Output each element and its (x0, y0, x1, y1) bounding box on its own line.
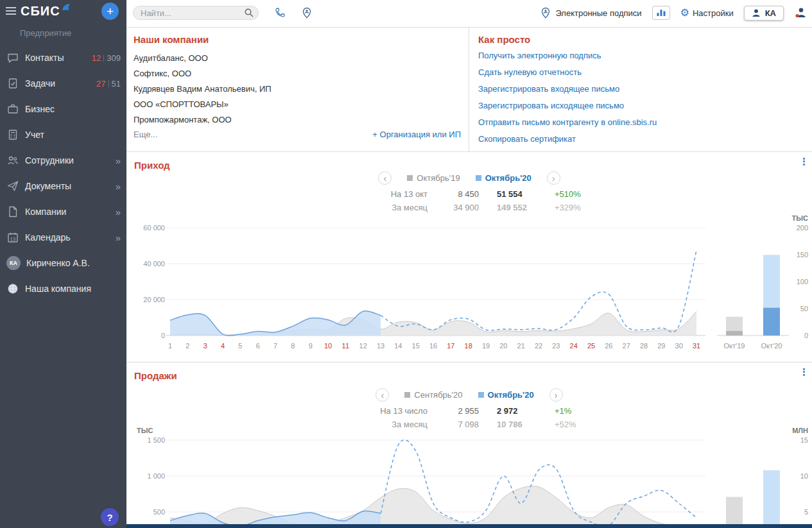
sidebar-item-label: Кириченко А.В. (26, 258, 90, 268)
svg-text:10: 10 (324, 342, 332, 350)
svg-text:18: 18 (465, 342, 472, 350)
svg-text:9: 9 (309, 342, 313, 350)
legend-row: ‹ Сентябрь'20 Октябрь'20 › (376, 388, 562, 402)
svg-text:2: 2 (186, 342, 189, 350)
sidebar-menu: Контакты 12 309 Задачи 27 51 (0, 45, 126, 302)
help-button[interactable]: ? (101, 508, 119, 526)
svg-text:5: 5 (238, 342, 242, 350)
sidebar-item-business[interactable]: Бизнес (0, 96, 126, 122)
percent-change: +329% (548, 203, 588, 212)
kebab-menu-icon[interactable]: ⋮ (799, 366, 809, 378)
sidebar-item-user[interactable]: КА Кириченко А.В. (0, 250, 126, 276)
svg-text:11: 11 (342, 342, 349, 350)
howto-link[interactable]: Получить электронную подпись (478, 51, 807, 60)
sidebar-item-our-company[interactable]: Наша компания (0, 276, 126, 302)
sidebar-item-tasks[interactable]: Задачи 27 51 (0, 71, 126, 96)
svg-text:31: 31 (693, 342, 700, 350)
row-label: На 13 окт (350, 189, 428, 199)
svg-text:15: 15 (800, 436, 808, 444)
operator-icon[interactable] (794, 6, 807, 19)
section-title: Приход (134, 160, 170, 171)
chevron-double-icon[interactable]: » (116, 232, 121, 243)
prev-value: 34 900 (428, 203, 479, 212)
howto-link[interactable]: Скопировать сертификат (478, 134, 807, 144)
search-input[interactable] (133, 6, 259, 20)
topbar: Электронные подписи ⚙ Настройки (126, 0, 812, 26)
topbar-right: Электронные подписи ⚙ Настройки (540, 6, 807, 21)
chevron-double-icon[interactable]: » (116, 155, 121, 166)
people-icon (6, 154, 19, 167)
menu-icon[interactable] (6, 7, 16, 17)
legend-prev-period[interactable]: Сентябрь'20 (404, 390, 462, 400)
settings-button[interactable]: ⚙ Настройки (680, 8, 734, 18)
user-chip-button[interactable]: КА (744, 6, 784, 21)
sidebar-item-documents[interactable]: Документы » (0, 173, 126, 199)
search-icon[interactable] (244, 8, 254, 18)
legend-current-period[interactable]: Октябрь'20 (478, 390, 534, 400)
svg-text:26: 26 (605, 342, 612, 350)
svg-text:200: 200 (797, 224, 808, 232)
howto-link[interactable]: Сдать нулевую отчетность (478, 67, 807, 77)
legend-square-blue (478, 392, 484, 398)
add-button[interactable]: + (101, 3, 119, 20)
svg-text:50: 50 (800, 305, 808, 312)
prev-value: 2 955 (428, 406, 479, 416)
company-list-item[interactable]: ООО «СПОРТТОВАРЫ» (134, 97, 463, 112)
unit-label: ТЫС (792, 214, 808, 222)
prev-period-button[interactable]: ‹ (376, 388, 389, 402)
sidebar-item-calendar[interactable]: 13 Календарь » (0, 225, 126, 250)
person-pin-icon (540, 7, 551, 19)
unit-label: МЛН (792, 427, 808, 434)
person-pin-icon[interactable] (301, 7, 313, 19)
legend-prev-period[interactable]: Октябрь'19 (407, 173, 460, 183)
howto-link[interactable]: Зарегистрировать исходящее письмо (478, 101, 807, 110)
percent-change: +52% (548, 420, 588, 429)
phone-icon[interactable] (274, 7, 286, 19)
chevron-double-icon[interactable]: » (116, 181, 121, 192)
svg-text:30: 30 (675, 342, 683, 350)
svg-text:100: 100 (797, 278, 808, 285)
svg-text:15: 15 (412, 342, 420, 350)
company-list-item[interactable]: Кудрявцев Вадим Анатольевич, ИП (134, 81, 463, 97)
kebab-menu-icon[interactable]: ⋮ (799, 156, 809, 167)
chat-icon (6, 51, 19, 64)
income-figures: На 13 окт 8 450 51 554 +510% За месяц 34… (350, 189, 588, 212)
next-period-button[interactable]: › (549, 388, 563, 402)
calculator-icon (6, 128, 19, 141)
next-period-button[interactable]: › (547, 171, 560, 185)
esignatures-button[interactable]: Электронные подписи (540, 7, 641, 19)
svg-text:Окт'19: Окт'19 (724, 342, 745, 350)
svg-text:25: 25 (587, 342, 595, 350)
legend-square-gray (407, 175, 413, 181)
sidebar-item-contacts[interactable]: Контакты 12 309 (0, 45, 126, 71)
sidebar-item-employees[interactable]: Сотрудники » (0, 148, 126, 173)
sales-figures: На 13 число 2 955 2 972 +1% За месяц 7 0… (350, 406, 588, 429)
svg-text:29: 29 (657, 342, 665, 350)
prev-period-button[interactable]: ‹ (378, 171, 392, 185)
badge-separator (103, 55, 104, 62)
svg-text:3: 3 (203, 342, 207, 350)
app-logo[interactable]: СБИС (21, 4, 60, 19)
sidebar-item-label: Учет (25, 130, 44, 140)
company-list-item[interactable]: Софтикс, ООО (134, 66, 463, 81)
company-list-item[interactable]: Промпожармонтаж, ООО (134, 112, 463, 128)
calendar-icon: 13 (6, 231, 19, 244)
current-value: 51 554 (479, 189, 548, 199)
svg-text:20: 20 (499, 342, 507, 350)
svg-text:0: 0 (161, 332, 165, 339)
sidebar: СБИС + Предприятие Контакты 12 309 (0, 0, 126, 528)
content: Наши компании Аудитбаланс, ООО Софтикс, … (126, 26, 812, 528)
sidebar-item-companies[interactable]: Компании » (0, 199, 126, 225)
company-list-item[interactable]: Аудитбаланс, ООО (134, 51, 463, 66)
svg-text:12: 12 (359, 342, 367, 350)
legend-current-period[interactable]: Октябрь'20 (476, 173, 531, 183)
more-link[interactable]: Еще... (134, 130, 157, 139)
sidebar-item-accounting[interactable]: Учет (0, 122, 126, 148)
chevron-double-icon[interactable]: » (116, 207, 121, 217)
howto-link[interactable]: Зарегистрировать входящее письмо (478, 84, 807, 94)
svg-text:6: 6 (256, 342, 260, 350)
add-organization-link[interactable]: + Организация или ИП (372, 130, 461, 139)
reports-button[interactable] (652, 6, 670, 20)
user-chip-label: КА (765, 8, 776, 18)
howto-link[interactable]: Отправить письмо контрагенту в online.sb… (478, 117, 807, 127)
